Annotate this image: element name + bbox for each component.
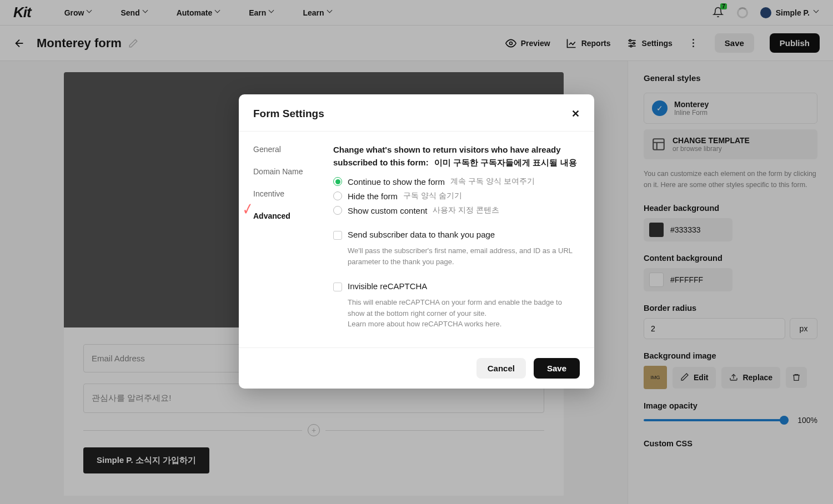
modal-nav: General Domain Name Incentive ✓ Advanced [253,144,325,330]
tab-advanced-label: Advanced [253,211,290,220]
tab-domain[interactable]: Domain Name [253,167,325,176]
close-icon: ✕ [571,108,580,119]
modal-footer: Cancel Save [239,347,594,389]
checkbox-recaptcha[interactable]: Invisible reCAPTCHA [333,281,580,291]
tab-general[interactable]: General [253,145,325,154]
radio-icon [333,191,342,200]
modal-content: Change what's shown to return visitors w… [333,144,580,330]
close-button[interactable]: ✕ [571,108,580,120]
tab-incentive[interactable]: Incentive [253,189,325,198]
checkbox-icon [333,283,342,291]
option-custom[interactable]: Show custom content 사용자 지정 콘텐츠 [333,205,580,215]
option-hide-kr: 구독 양식 숨기기 [403,191,462,201]
recaptcha-label: Invisible reCAPTCHA [348,281,427,291]
option-continue[interactable]: Continue to show the form 계속 구독 양식 보여주기 [333,177,580,187]
modal-body: General Domain Name Incentive ✓ Advanced… [239,132,594,347]
modal-header: Form Settings ✕ [239,94,594,132]
cancel-button[interactable]: Cancel [476,358,526,379]
lead-text: Change what's shown to return visitors w… [333,144,580,169]
modal-save-button[interactable]: Save [534,358,580,379]
option-custom-label: Show custom content [348,206,427,215]
option-custom-kr: 사용자 지정 콘텐츠 [433,205,499,215]
option-continue-kr: 계속 구독 양식 보여주기 [450,177,535,187]
tab-advanced[interactable]: ✓ Advanced [253,211,325,220]
option-continue-label: Continue to show the form [348,177,445,187]
send-data-help: We'll pass the subscriber's first name, … [348,245,580,267]
option-hide[interactable]: Hide the form 구독 양식 숨기기 [333,191,580,201]
checkbox-icon [333,231,342,240]
modal-title: Form Settings [253,108,324,120]
form-settings-modal: Form Settings ✕ General Domain Name Ince… [239,94,594,389]
send-data-label: Send subscriber data to thank you page [348,230,495,239]
option-hide-label: Hide the form [348,191,398,201]
recaptcha-help: This will enable reCAPTCHA on your form … [348,297,580,330]
radio-icon [333,177,342,186]
annotation-check-icon: ✓ [242,199,254,219]
radio-icon [333,206,342,215]
modal-overlay[interactable]: Form Settings ✕ General Domain Name Ince… [0,0,833,504]
lead-b: 이미 구독한 구독자들에게 표시될 내용 [434,158,577,167]
checkbox-send-data[interactable]: Send subscriber data to thank you page [333,230,580,240]
